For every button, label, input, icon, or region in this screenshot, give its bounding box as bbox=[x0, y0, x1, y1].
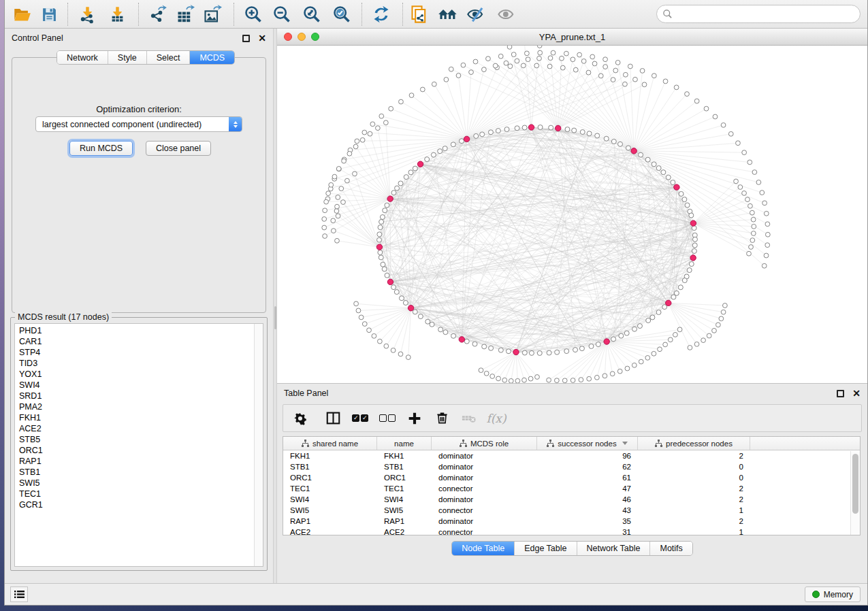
control-panel-title: Control Panel bbox=[12, 33, 63, 43]
cell-successor_nodes: 43 bbox=[537, 506, 638, 514]
mcds-result-item[interactable]: STP4 bbox=[19, 347, 263, 358]
table-row[interactable]: TEC1TEC1connector472 bbox=[283, 483, 860, 494]
show-column-panel-icon[interactable] bbox=[323, 408, 343, 429]
cell-shared_name: STB1 bbox=[283, 463, 377, 471]
table-panel-title: Table Panel bbox=[284, 389, 328, 398]
cell-successor_nodes: 96 bbox=[537, 452, 638, 460]
column-header-name[interactable]: name bbox=[377, 437, 432, 450]
table-row[interactable]: RAP1RAP1dominator352 bbox=[283, 516, 860, 527]
cell-name: ORC1 bbox=[377, 474, 432, 482]
column-header-MCDS-role[interactable]: MCDS role bbox=[432, 437, 537, 450]
cell-successor_nodes: 35 bbox=[537, 517, 638, 525]
unselect-all-columns-icon[interactable] bbox=[377, 408, 398, 429]
mcds-result-item[interactable]: RAP1 bbox=[19, 456, 263, 467]
control-panel-close-icon[interactable]: ✕ bbox=[258, 35, 266, 42]
control-panel-tabs: NetworkStyleSelectMCDS bbox=[57, 50, 235, 65]
select-all-columns-icon[interactable] bbox=[350, 408, 370, 429]
cell-successor_nodes: 61 bbox=[537, 474, 638, 482]
mcds-result-item[interactable]: TEC1 bbox=[19, 489, 263, 499]
hide-selected-icon[interactable] bbox=[465, 3, 488, 25]
save-session-icon[interactable] bbox=[37, 3, 61, 25]
node-table-scrollbar[interactable] bbox=[850, 451, 860, 535]
network-view-titlebar[interactable]: YPA_prune.txt_1 bbox=[277, 29, 867, 46]
table-tab-motifs[interactable]: Motifs bbox=[650, 542, 692, 555]
open-file-icon[interactable] bbox=[10, 3, 33, 25]
mcds-result-item[interactable]: SWI4 bbox=[19, 380, 263, 391]
cell-shared_name: ACE2 bbox=[283, 528, 377, 535]
cell-predecessor_nodes: 2 bbox=[638, 517, 750, 525]
mcds-result-item[interactable]: CAR1 bbox=[19, 336, 263, 347]
cell-successor_nodes: 47 bbox=[537, 484, 638, 493]
table-tab-network-table[interactable]: Network Table bbox=[577, 542, 651, 555]
mcds-result-item[interactable]: SRD1 bbox=[19, 391, 263, 401]
control-tab-mcds[interactable]: MCDS bbox=[190, 51, 234, 64]
mcds-result-scrollbar[interactable] bbox=[254, 324, 263, 566]
zoom-in-icon[interactable] bbox=[242, 3, 265, 25]
close-panel-button[interactable]: Close panel bbox=[146, 141, 211, 156]
cell-shared_name: TEC1 bbox=[283, 484, 377, 493]
create-column-icon[interactable] bbox=[404, 408, 425, 429]
table-settings-gear-icon[interactable] bbox=[290, 408, 310, 429]
mcds-result-item[interactable]: ACE2 bbox=[19, 423, 263, 434]
mcds-result-list[interactable]: PHD1CAR1STP4TID3YOX1SWI4SRD1PMA2FKH1ACE2… bbox=[14, 323, 263, 567]
run-mcds-button[interactable]: Run MCDS bbox=[69, 141, 133, 156]
control-tab-network[interactable]: Network bbox=[57, 51, 108, 64]
table-row[interactable]: STB1STB1dominator620 bbox=[283, 461, 860, 472]
task-history-button[interactable] bbox=[10, 587, 28, 602]
export-network-icon[interactable] bbox=[146, 3, 170, 25]
mcds-result-item[interactable]: PHD1 bbox=[19, 325, 263, 336]
cytoscape-window: Control Panel ✕ NetworkStyleSelectMCDS O… bbox=[4, 0, 868, 606]
column-header-predecessor-nodes[interactable]: predecessor nodes bbox=[638, 437, 750, 450]
zoom-selected-icon[interactable] bbox=[330, 3, 353, 25]
table-row[interactable]: FKH1FKH1dominator962 bbox=[283, 450, 860, 461]
mcds-result-item[interactable]: ORC1 bbox=[19, 445, 263, 456]
cell-name: STB1 bbox=[377, 463, 432, 471]
import-network-icon[interactable] bbox=[76, 3, 99, 25]
delete-table-icon-disabled bbox=[459, 408, 479, 429]
cell-mcds_role: connector bbox=[432, 484, 537, 493]
shared-attribute-tree-icon bbox=[655, 440, 662, 447]
apply-layout-icon[interactable] bbox=[370, 3, 393, 25]
mcds-result-item[interactable]: TID3 bbox=[19, 358, 263, 369]
mcds-result-item[interactable]: FKH1 bbox=[19, 412, 263, 423]
cell-shared_name: SWI4 bbox=[283, 495, 377, 503]
table-tab-edge-table[interactable]: Edge Table bbox=[515, 542, 577, 555]
home-networks-icon[interactable] bbox=[436, 3, 460, 25]
zoom-fit-icon[interactable] bbox=[300, 3, 323, 25]
mcds-result-item[interactable]: STB5 bbox=[19, 434, 263, 445]
mcds-result-item[interactable]: PMA2 bbox=[19, 401, 263, 412]
table-panel-float-icon[interactable] bbox=[837, 390, 844, 397]
column-header-successor-nodes[interactable]: successor nodes bbox=[537, 437, 638, 450]
delete-column-icon[interactable] bbox=[432, 408, 452, 429]
node-table-scrollbar-thumb[interactable] bbox=[852, 454, 858, 514]
column-header-label: predecessor nodes bbox=[666, 440, 733, 448]
criterion-select[interactable]: largest connected component (undirected) bbox=[35, 116, 242, 132]
mcds-result-item[interactable]: SWI5 bbox=[19, 478, 263, 489]
table-tab-node-table[interactable]: Node Table bbox=[452, 542, 515, 555]
sort-chevron-icon[interactable] bbox=[622, 442, 628, 445]
table-panel-close-icon[interactable]: ✕ bbox=[852, 390, 861, 397]
zoom-out-icon[interactable] bbox=[270, 3, 293, 25]
table-row[interactable]: ORC1ORC1dominator610 bbox=[283, 472, 860, 483]
export-table-icon[interactable] bbox=[174, 3, 197, 25]
table-row[interactable]: SWI4SWI4dominator462 bbox=[283, 494, 860, 505]
export-image-icon[interactable] bbox=[201, 3, 224, 25]
control-tab-select[interactable]: Select bbox=[147, 51, 191, 64]
table-row[interactable]: SWI5SWI5connector431 bbox=[283, 505, 860, 516]
mcds-result-item[interactable]: GCR1 bbox=[19, 499, 263, 510]
memory-status-icon bbox=[812, 591, 820, 598]
mcds-result-item[interactable]: STB1 bbox=[19, 467, 263, 478]
mcds-result-item[interactable]: YOX1 bbox=[19, 369, 263, 380]
network-canvas[interactable] bbox=[277, 46, 867, 383]
import-table-icon[interactable] bbox=[106, 3, 129, 25]
memory-button[interactable]: Memory bbox=[805, 587, 861, 602]
search-input[interactable] bbox=[656, 5, 861, 23]
show-hidden-icon[interactable] bbox=[495, 3, 518, 25]
new-network-from-selection-icon[interactable] bbox=[408, 3, 431, 25]
cell-name: SWI4 bbox=[377, 495, 432, 503]
column-header-shared-name[interactable]: shared name bbox=[283, 437, 377, 450]
control-panel-float-icon[interactable] bbox=[242, 35, 250, 42]
table-row[interactable]: ACE2ACE2connector311 bbox=[283, 527, 860, 535]
cell-mcds_role: dominator bbox=[432, 452, 537, 460]
control-tab-style[interactable]: Style bbox=[108, 51, 147, 64]
